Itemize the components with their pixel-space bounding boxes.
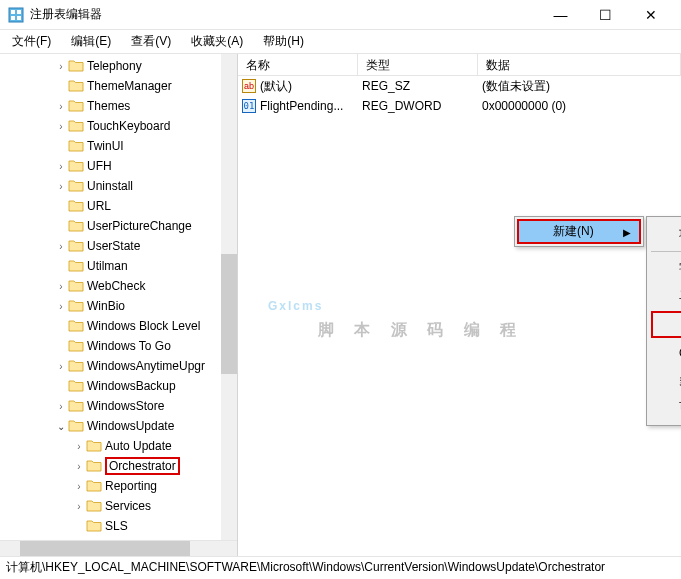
menu-file[interactable]: 文件(F) [4, 31, 59, 52]
chevron-right-icon[interactable]: › [54, 299, 68, 313]
folder-icon [68, 319, 84, 333]
tree-item[interactable]: Utilman [0, 256, 237, 276]
chevron-right-icon[interactable]: › [54, 179, 68, 193]
folder-icon [86, 439, 102, 453]
expander-none [54, 259, 68, 273]
context-submenu-new[interactable]: 项(K) 字符串值(S) 二进制值(B) DWORD (32 位)值(D) QW… [646, 216, 681, 426]
tree-label: Themes [87, 99, 130, 113]
chevron-right-icon[interactable]: › [72, 479, 86, 493]
tree-label: URL [87, 199, 111, 213]
tree-item[interactable]: ›Themes [0, 96, 237, 116]
header-type[interactable]: 类型 [358, 54, 478, 75]
tree-item[interactable]: ThemeManager [0, 76, 237, 96]
expander-none [54, 139, 68, 153]
chevron-right-icon[interactable]: › [54, 239, 68, 253]
folder-icon [68, 199, 84, 213]
tree-item[interactable]: ›Telephony [0, 56, 237, 76]
tree-item[interactable]: ›WindowsStore [0, 396, 237, 416]
tree-item[interactable]: ⌄WindowsUpdate [0, 416, 237, 436]
list-row[interactable]: ab(默认)REG_SZ(数值未设置) [238, 76, 681, 96]
chevron-right-icon[interactable]: › [72, 499, 86, 513]
tree-item[interactable]: SLS [0, 516, 237, 536]
tree-item[interactable]: ›UserState [0, 236, 237, 256]
menu-favorites[interactable]: 收藏夹(A) [183, 31, 251, 52]
tree-item[interactable]: ›Uninstall [0, 176, 237, 196]
tree-item[interactable]: ›TouchKeyboard [0, 116, 237, 136]
folder-icon [68, 139, 84, 153]
tree-item[interactable]: ›Reporting [0, 476, 237, 496]
folder-icon [68, 379, 84, 393]
string-value-icon: ab [242, 79, 256, 93]
tree-label: TwinUI [87, 139, 124, 153]
tree-label: UserPictureChange [87, 219, 192, 233]
menu-help[interactable]: 帮助(H) [255, 31, 312, 52]
ctx-new-string[interactable]: 字符串值(S) [647, 255, 681, 282]
tree-label: Windows Block Level [87, 319, 200, 333]
ctx-new-key[interactable]: 项(K) [647, 221, 681, 248]
tree-label: SLS [105, 519, 128, 533]
ctx-new-multi[interactable]: 多字符串值(M) [647, 367, 681, 394]
expander-none [54, 199, 68, 213]
tree-view[interactable]: ›TelephonyThemeManager›Themes›TouchKeybo… [0, 54, 237, 556]
chevron-right-icon[interactable]: › [54, 399, 68, 413]
ctx-new-qword[interactable]: QWORD (64 位)值(Q) [647, 340, 681, 367]
chevron-right-icon[interactable]: › [54, 119, 68, 133]
chevron-right-icon[interactable]: › [54, 59, 68, 73]
list-body[interactable]: ab(默认)REG_SZ(数值未设置)01FlightPending...REG… [238, 76, 681, 116]
watermark-main: Gxlcms [268, 299, 323, 313]
list-panel: 名称 类型 数据 ab(默认)REG_SZ(数值未设置)01FlightPend… [238, 54, 681, 556]
cell-name: 01FlightPending... [238, 97, 358, 115]
tree-item[interactable]: WindowsBackup [0, 376, 237, 396]
header-data[interactable]: 数据 [478, 54, 681, 75]
folder-icon [68, 299, 84, 313]
menu-view[interactable]: 查看(V) [123, 31, 179, 52]
menu-edit[interactable]: 编辑(E) [63, 31, 119, 52]
chevron-right-icon[interactable]: › [72, 439, 86, 453]
tree-item[interactable]: ›Services [0, 496, 237, 516]
tree-item[interactable]: ›UFH [0, 156, 237, 176]
tree-item[interactable]: URL [0, 196, 237, 216]
maximize-button[interactable]: ☐ [583, 0, 628, 30]
tree-item[interactable]: ›WinBio [0, 296, 237, 316]
tree-item[interactable]: TwinUI [0, 136, 237, 156]
list-row[interactable]: 01FlightPending...REG_DWORD0x00000000 (0… [238, 96, 681, 116]
tree-item[interactable]: ›WebCheck [0, 276, 237, 296]
cell-data: 0x00000000 (0) [478, 97, 681, 115]
context-menu[interactable]: 新建(N) ▶ [514, 216, 644, 247]
tree-item[interactable]: Windows Block Level [0, 316, 237, 336]
window-controls: — ☐ ✕ [538, 0, 673, 30]
chevron-right-icon[interactable]: › [72, 459, 86, 473]
tree-label: WinBio [87, 299, 125, 313]
tree-label: UFH [87, 159, 112, 173]
chevron-right-icon[interactable]: › [54, 159, 68, 173]
ctx-new-dword[interactable]: DWORD (32 位)值(D) [651, 311, 681, 338]
tree-item[interactable]: Windows To Go [0, 336, 237, 356]
ctx-new[interactable]: 新建(N) ▶ [517, 219, 641, 244]
ctx-new-expand[interactable]: 可扩充字符串值(E) [647, 394, 681, 421]
main-area: ›TelephonyThemeManager›Themes›TouchKeybo… [0, 54, 681, 556]
chevron-right-icon[interactable]: › [54, 99, 68, 113]
horizontal-scrollbar[interactable] [0, 540, 237, 556]
binary-value-icon: 01 [242, 99, 256, 113]
tree-label: WindowsAnytimeUpgr [87, 359, 205, 373]
minimize-button[interactable]: — [538, 0, 583, 30]
folder-icon [68, 339, 84, 353]
tree-panel: ›TelephonyThemeManager›Themes›TouchKeybo… [0, 54, 238, 556]
tree-item[interactable]: ›Auto Update [0, 436, 237, 456]
chevron-right-icon[interactable]: › [54, 359, 68, 373]
window-title: 注册表编辑器 [30, 6, 538, 23]
tree-item[interactable]: UserPictureChange [0, 216, 237, 236]
folder-icon [68, 239, 84, 253]
chevron-down-icon[interactable]: ⌄ [54, 419, 68, 433]
close-button[interactable]: ✕ [628, 0, 673, 30]
cell-type: REG_SZ [358, 77, 478, 95]
folder-icon [68, 399, 84, 413]
folder-icon [68, 259, 84, 273]
tree-item[interactable]: ›Orchestrator [0, 456, 237, 476]
menubar: 文件(F) 编辑(E) 查看(V) 收藏夹(A) 帮助(H) [0, 30, 681, 54]
ctx-new-binary[interactable]: 二进制值(B) [647, 282, 681, 309]
chevron-right-icon[interactable]: › [54, 279, 68, 293]
vertical-scrollbar[interactable] [221, 54, 237, 540]
tree-item[interactable]: ›WindowsAnytimeUpgr [0, 356, 237, 376]
header-name[interactable]: 名称 [238, 54, 358, 75]
